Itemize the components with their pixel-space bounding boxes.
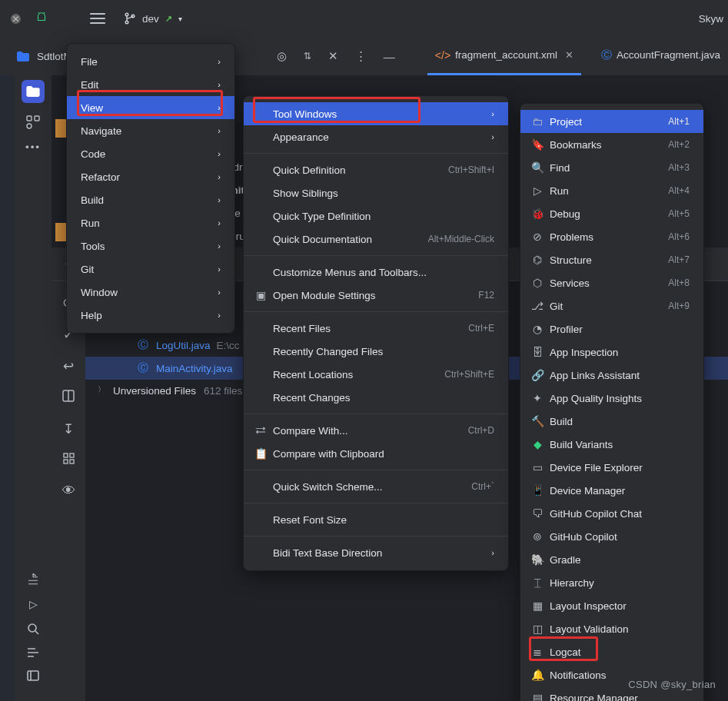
diff-icon[interactable]	[62, 390, 75, 406]
close-all-icon[interactable]: ✕	[328, 49, 338, 63]
menu-label: Show Siblings	[273, 188, 338, 199]
menu-label: Build	[550, 416, 573, 427]
tw-debug[interactable]: 🐞DebugAlt+5	[520, 202, 703, 225]
tw-app-quality[interactable]: ✦App Quality Insights	[520, 387, 703, 410]
list-icon[interactable]	[27, 647, 39, 658]
tw-hierarchy[interactable]: ⌶Hierarchy	[520, 571, 703, 594]
tw-problems[interactable]: ⊘ProblemsAlt+6	[520, 225, 703, 248]
structure-icon: ⌬	[530, 254, 545, 266]
tool-windows-menu[interactable]: 🗀ProjectAlt+1 🔖BookmarksAlt+2 🔍FindAlt+3…	[520, 103, 704, 701]
expand-icon[interactable]: ⇅	[304, 51, 311, 61]
tw-project[interactable]: 🗀ProjectAlt+1	[520, 110, 703, 133]
menu-shortcut: Ctrl+Shift+E	[444, 369, 494, 380]
changelist-icon[interactable]	[63, 453, 75, 468]
menu-file[interactable]: File›	[67, 50, 234, 73]
tw-services[interactable]: ⬡ServicesAlt+8	[520, 271, 703, 294]
resource-manager-icon[interactable]	[26, 115, 40, 129]
tw-bookmarks[interactable]: 🔖BookmarksAlt+2	[520, 133, 703, 156]
view-quick-type-definition[interactable]: Quick Type Definition	[244, 204, 508, 228]
close-tab-icon[interactable]: ✕	[565, 49, 573, 61]
tw-layout-inspector[interactable]: ▦Layout Inspector	[520, 594, 703, 617]
shelf-icon[interactable]: ↧	[63, 421, 74, 437]
view-recently-changed-files[interactable]: Recently Changed Files	[244, 340, 508, 363]
layout-icon[interactable]	[27, 670, 39, 681]
menu-label: Refactor	[81, 171, 120, 183]
tw-find[interactable]: 🔍FindAlt+3	[520, 156, 703, 179]
menu-navigate[interactable]: Navigate›	[67, 119, 234, 142]
tab-fragment-account-xml[interactable]: </> fragment_account.xml ✕	[427, 37, 581, 75]
view-bidi[interactable]: Bidi Text Base Direction›	[244, 541, 508, 564]
module-icon: ▣	[253, 289, 268, 301]
view-compare-with[interactable]: ⮂Compare With...Ctrl+D	[244, 419, 508, 442]
view-quick-definition[interactable]: Quick DefinitionCtrl+Shift+I	[244, 158, 508, 181]
tw-app-inspection[interactable]: 🗄App Inspection	[520, 341, 703, 364]
tw-profiler[interactable]: ◔Profiler	[520, 317, 703, 341]
menu-build[interactable]: Build›	[67, 188, 234, 211]
menu-edit[interactable]: Edit›	[67, 73, 234, 96]
view-tool-windows[interactable]: Tool Windows›	[244, 102, 508, 125]
tw-gradle[interactable]: 🐘Gradle	[520, 548, 703, 571]
view-menu[interactable]: Tool Windows› Appearance› Quick Definiti…	[243, 95, 509, 571]
menu-label: Problems	[550, 231, 593, 243]
tw-copilot[interactable]: ⊚GitHub Copilot	[520, 525, 703, 548]
main-menu[interactable]: File› Edit› View› Navigate› Code› Refact…	[66, 43, 235, 334]
tw-build[interactable]: 🔨Build	[520, 410, 703, 433]
menu-code[interactable]: Code›	[67, 142, 234, 165]
unversioned-count: 612 files	[204, 385, 242, 397]
view-quick-documentation[interactable]: Quick DocumentationAlt+Middle-Click	[244, 228, 508, 251]
menu-label: Logcat	[550, 646, 581, 658]
tw-build-variants[interactable]: ◆Build Variants	[520, 433, 703, 456]
target-icon[interactable]: ◎	[277, 49, 287, 63]
tw-git[interactable]: ⎇GitAlt+9	[520, 294, 703, 317]
vcs-branch-widget[interactable]: dev ↗ ▾	[124, 12, 182, 25]
view-customize-menus[interactable]: Customize Menus and Toolbars...	[244, 261, 508, 284]
hamburger-icon[interactable]	[90, 13, 105, 24]
tw-structure[interactable]: ⌬StructureAlt+7	[520, 248, 703, 271]
rollback-icon[interactable]: ↩	[63, 358, 74, 374]
tw-layout-validation[interactable]: ◫Layout Validation	[520, 617, 703, 640]
view-reset-font-size[interactable]: Reset Font Size	[244, 508, 508, 531]
view-appearance[interactable]: Appearance›	[244, 125, 508, 148]
view-recent-locations[interactable]: Recent LocationsCtrl+Shift+E	[244, 363, 508, 386]
view-recent-files[interactable]: Recent FilesCtrl+E	[244, 317, 508, 340]
tw-run[interactable]: ▷RunAlt+4	[520, 179, 703, 202]
menu-label: Tools	[81, 241, 105, 252]
tw-device-manager[interactable]: 📱Device Manager	[520, 479, 703, 502]
view-show-siblings[interactable]: Show Siblings	[244, 181, 508, 204]
chevron-right-icon[interactable]: 〉	[98, 384, 105, 395]
menu-refactor[interactable]: Refactor›	[67, 165, 234, 188]
tab-account-fragment-java[interactable]: Ⓒ AccountFragment.java	[593, 37, 728, 75]
menu-help[interactable]: Help›	[67, 304, 234, 327]
menu-view[interactable]: View›	[67, 96, 234, 119]
clipboard-compare-icon: 📋	[253, 447, 268, 460]
view-compare-clipboard[interactable]: 📋Compare with Clipboard	[244, 442, 508, 465]
menu-separator	[244, 153, 508, 154]
minimize-icon[interactable]: —	[384, 50, 394, 63]
file-name: MainActivity.java	[156, 363, 233, 374]
menu-label: Build Variants	[550, 439, 613, 450]
menu-run[interactable]: Run›	[67, 211, 234, 234]
palette-icon[interactable]	[26, 572, 40, 586]
chevron-right-icon: ›	[218, 311, 221, 320]
menu-git[interactable]: Git›	[67, 257, 234, 281]
menu-window[interactable]: Window›	[67, 281, 234, 304]
tw-copilot-chat[interactable]: 🗨GitHub Copilot Chat	[520, 502, 703, 525]
tw-logcat[interactable]: ≣Logcat	[520, 640, 703, 663]
menu-label: Git	[550, 301, 563, 312]
menu-label: Services	[550, 277, 590, 289]
menu-tools[interactable]: Tools›	[67, 234, 234, 257]
project-tool-button[interactable]	[22, 80, 45, 103]
tw-app-links[interactable]: 🔗App Links Assistant	[520, 364, 703, 387]
more-icon[interactable]: ⋮	[355, 49, 367, 63]
show-icon[interactable]: 👁	[62, 483, 75, 499]
chevron-down-icon[interactable]: ▾	[178, 15, 182, 23]
search-icon[interactable]	[27, 623, 39, 635]
run-icon[interactable]: ▷	[29, 598, 38, 610]
menu-label: Quick Type Definition	[273, 211, 371, 222]
close-icon[interactable]	[11, 14, 21, 24]
more-tool-icon[interactable]: •••	[25, 141, 41, 153]
view-quick-switch-scheme[interactable]: Quick Switch Scheme...Ctrl+`	[244, 475, 508, 498]
tw-device-file-explorer[interactable]: ▭Device File Explorer	[520, 456, 703, 479]
view-recent-changes[interactable]: Recent Changes	[244, 386, 508, 409]
view-open-module-settings[interactable]: ▣Open Module SettingsF12	[244, 284, 508, 307]
